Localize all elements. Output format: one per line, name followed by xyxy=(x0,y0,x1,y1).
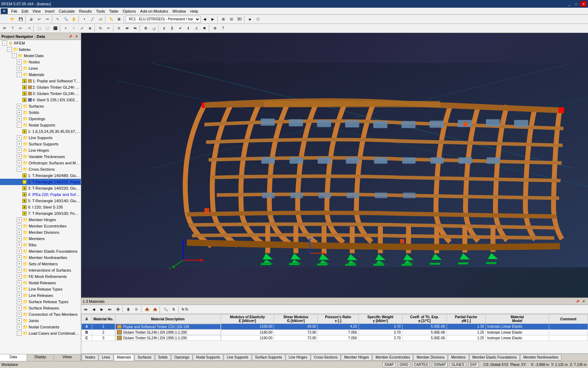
menu-insert[interactable]: Insert xyxy=(43,8,57,14)
tt-add[interactable]: ➕ xyxy=(114,306,122,313)
tab-surfaces[interactable]: Surfaces xyxy=(134,354,154,361)
menu-table[interactable]: Table xyxy=(107,8,120,14)
tb2-check[interactable]: ✔ xyxy=(176,25,184,32)
tb-wire[interactable]: ⬡ xyxy=(254,15,262,23)
tree-mat4[interactable]: 4 4: Steel S 235 | EN 10025-2:200 xyxy=(0,97,81,103)
tree-mat2[interactable]: 2 2: Glulam Timber GL24h | EN 1 xyxy=(0,84,81,90)
tb2-help2[interactable]: ? xyxy=(219,25,227,32)
sreleases-expander[interactable]: + xyxy=(17,306,22,311)
ls-expander[interactable]: + xyxy=(17,135,22,140)
nr-expander[interactable]: + xyxy=(17,280,22,285)
srt-expander[interactable]: + xyxy=(17,299,22,304)
tree-line-releases[interactable]: + 📁 Line Releases xyxy=(0,292,81,299)
nav-tab-data[interactable]: Data xyxy=(0,354,27,361)
tab-members[interactable]: Members xyxy=(448,354,469,361)
me-expander[interactable]: + xyxy=(17,224,22,229)
tree-nodal-support-item[interactable]: 1 1: 1,6,19,24,28,30,45,50,67,68,72 xyxy=(0,128,81,135)
mh-expander[interactable]: + xyxy=(17,217,22,222)
tree-solids[interactable]: + 📁 Solids xyxy=(0,109,81,116)
tb2-cut-plane[interactable]: ✂ xyxy=(105,25,112,32)
tab-member-elastic[interactable]: Member Elastic Foundations xyxy=(469,354,520,361)
menu-results[interactable]: Results xyxy=(77,8,94,14)
tb-view2[interactable]: ⊟ xyxy=(227,15,235,23)
tree-intersections[interactable]: + 📁 Intersections of Surfaces xyxy=(0,267,81,273)
menu-file[interactable]: File xyxy=(9,8,20,14)
table-row[interactable]: B 2 Glulam Timber GL24h | EN 1995-1-1:20… xyxy=(82,329,588,335)
tree-load-cases[interactable]: − 📁 Load Cases and Combinations xyxy=(0,330,81,336)
materials-table-wrapper[interactable]: A Material No. Material Description Modu… xyxy=(81,314,588,353)
tb-prev-load[interactable]: ◀ xyxy=(201,15,209,23)
tt-filter[interactable]: 🔍 xyxy=(162,306,169,313)
tree-surfaces[interactable]: + 📁 Surfaces xyxy=(0,103,81,109)
3d-viewport[interactable]: Z X Y Z xyxy=(81,33,588,297)
table-row[interactable]: C 3 Glulam Timber GL24h | EN 1995-1-1:20… xyxy=(82,335,588,341)
menu-view[interactable]: View xyxy=(30,8,43,14)
tb-zoom[interactable]: 🔍 xyxy=(62,15,70,23)
tab-line-supports[interactable]: Line Supports xyxy=(224,354,252,361)
nc-expander[interactable]: + xyxy=(17,325,22,329)
tb2-move[interactable]: ⇄ xyxy=(123,25,131,32)
maximize-button[interactable]: □ xyxy=(573,1,580,7)
tree-fe-mesh[interactable]: + 📁 FE Mesh Refinements xyxy=(0,273,81,280)
tree-var-thick[interactable]: + 📁 Variable Thicknesses xyxy=(0,154,81,160)
fmr-expander[interactable]: + xyxy=(17,274,22,279)
tb-section[interactable]: ⊠ xyxy=(115,15,123,23)
menu-help[interactable]: Help xyxy=(188,8,201,14)
orth-expander[interactable]: + xyxy=(17,161,22,165)
tb-undo[interactable]: ↩ xyxy=(35,15,43,23)
tree-lines[interactable]: + 📁 Lines xyxy=(0,65,81,71)
tt-prev[interactable]: ◀ xyxy=(90,306,98,313)
mef-expander[interactable]: + xyxy=(17,249,22,254)
dxf-badge[interactable]: DXF xyxy=(468,362,479,367)
tree-cs2[interactable]: 2 2: T-Rectangle 140/220; Popla xyxy=(0,179,81,185)
tb2-calc[interactable]: ⚙ xyxy=(142,25,149,32)
tab-lines[interactable]: Lines xyxy=(99,354,113,361)
som-expander[interactable]: + xyxy=(17,261,22,266)
tb2-side[interactable]: ⊣ xyxy=(25,25,33,32)
tree-cs7[interactable]: 7 7: T-Rectangle 100/100; Poplar xyxy=(0,210,81,217)
tree-member-nonlin[interactable]: + 📁 Member Nonlinearities xyxy=(0,254,81,261)
bateau-expander[interactable]: − xyxy=(7,47,12,52)
tb-print[interactable]: 🖨 xyxy=(27,15,35,23)
minimize-button[interactable]: _ xyxy=(566,1,573,7)
tree-surface-releases[interactable]: + 📁 Surface Releases xyxy=(0,305,81,311)
tree-line-supports[interactable]: + 📁 Line Supports xyxy=(0,135,81,141)
tab-nodal-supports[interactable]: Nodal Supports xyxy=(193,354,223,361)
materials-expander[interactable]: − xyxy=(17,72,22,77)
ss-expander[interactable]: + xyxy=(17,142,22,146)
tt-export[interactable]: 📤 xyxy=(151,306,159,313)
tb-line[interactable]: ╱ xyxy=(89,15,96,23)
ribs-expander[interactable]: + xyxy=(17,243,22,247)
tree-member-hinges[interactable]: + 📁 Member Hinges xyxy=(0,217,81,223)
tb2-copy[interactable]: ⎘ xyxy=(115,25,123,32)
tree-ortho[interactable]: + 📁 Orthotropic Surfaces and Membra xyxy=(0,160,81,166)
md-expander[interactable]: + xyxy=(17,230,22,235)
tree-member-divisions[interactable]: + 📁 Member Divisions xyxy=(0,229,81,236)
tb2-results-show[interactable]: 📊 xyxy=(150,25,158,32)
tb-pan[interactable]: ✋ xyxy=(70,15,78,23)
tt-first[interactable]: ⏮ xyxy=(82,306,90,313)
tree-joints[interactable]: + 📁 Joints xyxy=(0,318,81,324)
lines-expander[interactable]: + xyxy=(17,66,22,71)
tt-last[interactable]: ⏭ xyxy=(106,306,114,313)
tree-members[interactable]: + 📁 Members xyxy=(0,236,81,242)
nav-pin[interactable]: 📌 xyxy=(68,34,73,39)
lr-expander[interactable]: + xyxy=(17,293,22,298)
tb2-select-all[interactable]: ⬚ xyxy=(35,25,43,32)
tb2-top[interactable]: ⊤ xyxy=(9,25,16,32)
tree-model-data[interactable]: − 📁 Model Data xyxy=(0,53,81,59)
tb2-rotate[interactable]: ↻ xyxy=(97,25,104,32)
solids-expander[interactable]: + xyxy=(17,110,22,115)
surfaces-expander[interactable]: + xyxy=(17,104,22,109)
tree-nodal-supports[interactable]: − 📁 Nodal Supports xyxy=(0,122,81,128)
tree-mat1[interactable]: 1 1: Poplar and Softwood Timbe xyxy=(0,78,81,84)
vt-expander[interactable]: + xyxy=(17,154,22,159)
tb2-alpha[interactable]: α xyxy=(160,25,168,32)
tree-cs6[interactable]: 6 6: I 220; Steel S 235 xyxy=(0,204,81,210)
tb2-zoom-out[interactable]: − xyxy=(70,25,78,32)
tree-mat3[interactable]: 3 3: Glulam Timber GL24h | EN 1 xyxy=(0,90,81,97)
lcc-expander[interactable]: − xyxy=(17,331,22,336)
tree-surface-supports[interactable]: + 📁 Surface Supports xyxy=(0,141,81,147)
tab-openings[interactable]: Openings xyxy=(171,354,192,361)
tt-import[interactable]: 📥 xyxy=(143,306,151,313)
